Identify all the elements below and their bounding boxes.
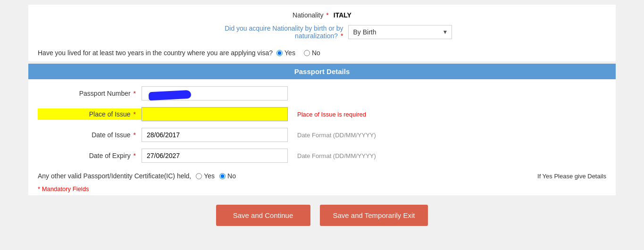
date-of-expiry-row: Date of Expiry * Date Format (DD/MM/YYYY… (28, 149, 616, 163)
date-of-issue-row: Date of Issue * Date Format (DD/MM/YYYY) (28, 128, 616, 142)
lived-yes-label[interactable]: Yes (276, 49, 295, 57)
naturalization-required: * (341, 32, 343, 40)
naturalization-label: Did you acquire Nationality by birth or … (192, 25, 343, 40)
naturalization-select[interactable]: By Birth By Naturalization (348, 25, 452, 39)
nationality-label: Nationality * (293, 11, 329, 19)
lived-question: Have you lived for at least two years in… (38, 49, 273, 57)
date-of-issue-input-wrapper[interactable] (142, 128, 288, 142)
lived-no-label[interactable]: No (304, 49, 320, 57)
nationality-value: ITALY (334, 11, 351, 19)
place-of-issue-input-wrapper[interactable] (142, 107, 288, 121)
date-of-expiry-hint: Date Format (DD/MM/YYYY) (297, 152, 376, 159)
date-of-issue-label: Date of Issue * (38, 131, 142, 139)
any-passport-no-label[interactable]: No (219, 172, 236, 180)
place-of-issue-error: Place of Issue is required (297, 111, 366, 118)
passport-details-header: Passport Details (28, 64, 616, 79)
passport-number-row: Passport Number * (28, 86, 616, 100)
any-passport-yes-label[interactable]: Yes (196, 172, 215, 180)
any-passport-hint: If Yes Please give Details (537, 173, 606, 180)
buttons-row: Save and Continue Save and Temporarily E… (28, 195, 616, 235)
date-of-expiry-input-wrapper[interactable] (142, 149, 288, 163)
date-of-expiry-label: Date of Expiry * (38, 152, 142, 159)
date-of-issue-hint: Date Format (DD/MM/YYYY) (297, 132, 376, 139)
nationality-required: * (326, 11, 328, 19)
date-of-expiry-input[interactable] (142, 149, 288, 163)
lived-row: Have you lived for at least two years in… (28, 44, 616, 61)
date-of-issue-input[interactable] (142, 128, 288, 142)
any-passport-no-radio[interactable] (219, 173, 226, 179)
passport-number-input-wrapper[interactable] (142, 86, 288, 100)
mandatory-row: * Mandatory Fields (28, 183, 616, 195)
place-of-issue-row: Place of Issue * Place of Issue is requi… (28, 107, 616, 121)
place-of-issue-label: Place of Issue * (38, 108, 142, 120)
save-continue-button[interactable]: Save and Continue (216, 205, 310, 226)
place-of-issue-required: * (134, 110, 136, 118)
lived-no-radio[interactable] (304, 50, 310, 56)
any-passport-row: Any other valid Passport/Identity Certif… (28, 169, 616, 183)
passport-number-required: * (134, 90, 136, 97)
lived-radio-group: Yes No (276, 49, 323, 57)
lived-yes-radio[interactable] (276, 50, 283, 56)
date-of-issue-required: * (134, 131, 136, 139)
any-passport-question: Any other valid Passport/Identity Certif… (38, 172, 191, 180)
date-of-expiry-required: * (134, 152, 136, 159)
passport-number-label: Passport Number * (38, 90, 142, 97)
naturalization-select-wrapper[interactable]: By Birth By Naturalization ▼ (348, 25, 452, 39)
any-passport-yes-radio[interactable] (196, 173, 202, 179)
save-exit-button[interactable]: Save and Temporarily Exit (320, 205, 428, 226)
place-of-issue-input[interactable] (142, 107, 288, 121)
